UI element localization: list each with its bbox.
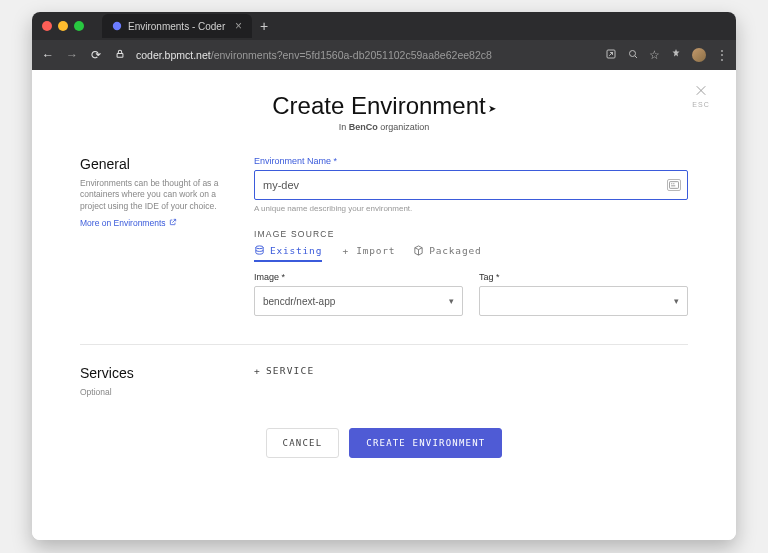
page-content: ESC Create Environment➤ In BenCo organiz… (32, 70, 736, 540)
database-icon (254, 245, 265, 256)
title-bar: Environments - Coder × + (32, 12, 736, 40)
general-sidebar: General Environments can be thought of a… (80, 156, 230, 316)
env-name-input[interactable] (263, 179, 679, 191)
new-tab-button[interactable]: + (260, 18, 268, 34)
services-subheading: Optional (80, 387, 230, 398)
image-source-label: IMAGE SOURCE (254, 229, 688, 239)
add-service-button[interactable]: + SERVICE (254, 365, 688, 376)
env-name-helper: A unique name describing your environmen… (254, 204, 688, 213)
browser-window: Environments - Coder × + ← → ⟳ coder.bpm… (32, 12, 736, 540)
profile-avatar-icon[interactable] (692, 48, 706, 62)
nav-forward-icon[interactable]: → (64, 48, 80, 62)
star-icon[interactable]: ☆ (649, 48, 660, 62)
env-name-input-wrap[interactable] (254, 170, 688, 200)
services-heading: Services (80, 365, 230, 381)
esc-label: ESC (692, 101, 709, 108)
external-link-icon (169, 218, 177, 228)
more-environments-link[interactable]: More on Environments (80, 218, 177, 228)
svg-point-5 (256, 246, 263, 249)
modal-header: Create Environment➤ In BenCo organizatio… (32, 92, 736, 132)
tab-existing[interactable]: Existing (254, 245, 322, 262)
svg-rect-1 (117, 54, 123, 58)
window-close-button[interactable] (42, 21, 52, 31)
extensions-icon[interactable] (670, 48, 682, 63)
create-environment-button[interactable]: CREATE ENVIRONMENT (349, 428, 502, 458)
share-icon[interactable] (605, 48, 617, 63)
footer-actions: CANCEL CREATE ENVIRONMENT (32, 428, 736, 478)
tab-close-icon[interactable]: × (235, 19, 242, 33)
lock-icon (112, 48, 128, 62)
image-source-tabs: Existing + Import Packaged (254, 245, 688, 262)
window-maximize-button[interactable] (74, 21, 84, 31)
svg-point-0 (113, 22, 121, 30)
addr-right-icons: ☆ ⋮ (605, 48, 728, 63)
image-select-label: Image * (254, 272, 463, 282)
menu-icon[interactable]: ⋮ (716, 48, 728, 62)
traffic-lights (42, 21, 84, 31)
nav-back-icon[interactable]: ← (40, 48, 56, 62)
image-select-value: bencdr/next-app (263, 296, 335, 307)
tag-select-label: Tag * (479, 272, 688, 282)
general-description: Environments can be thought of as a cont… (80, 178, 230, 212)
input-autofill-icon[interactable] (667, 179, 681, 191)
tag-select[interactable]: ▾ (479, 286, 688, 316)
tab-favicon-icon (112, 21, 122, 31)
url-text[interactable]: coder.bpmct.net/environments?env=5fd1560… (136, 49, 597, 61)
address-bar: ← → ⟳ coder.bpmct.net/environments?env=5… (32, 40, 736, 70)
modal-close-button[interactable]: ESC (688, 82, 714, 108)
svg-point-3 (630, 50, 636, 56)
tab-import[interactable]: + Import (340, 245, 395, 262)
browser-tab[interactable]: Environments - Coder × (102, 14, 252, 38)
chevron-down-icon: ▾ (449, 296, 454, 306)
search-icon[interactable] (627, 48, 639, 63)
package-icon (413, 245, 424, 256)
modal-title: Create Environment➤ (32, 92, 736, 120)
nav-reload-icon[interactable]: ⟳ (88, 48, 104, 62)
cancel-button[interactable]: CANCEL (266, 428, 340, 458)
image-select[interactable]: bencdr/next-app ▾ (254, 286, 463, 316)
tab-packaged[interactable]: Packaged (413, 245, 481, 262)
modal-subtitle: In BenCo organization (32, 122, 736, 132)
plus-icon: + (254, 365, 261, 376)
form-main: Environment Name * A unique name describ… (254, 156, 688, 316)
plus-icon: + (340, 245, 351, 256)
env-name-label: Environment Name * (254, 156, 688, 166)
svg-rect-4 (669, 182, 678, 189)
general-heading: General (80, 156, 230, 172)
chevron-down-icon: ▾ (674, 296, 679, 306)
cursor-icon: ➤ (488, 103, 496, 114)
window-minimize-button[interactable] (58, 21, 68, 31)
tab-title: Environments - Coder (128, 21, 225, 32)
services-sidebar: Services Optional (80, 365, 230, 398)
